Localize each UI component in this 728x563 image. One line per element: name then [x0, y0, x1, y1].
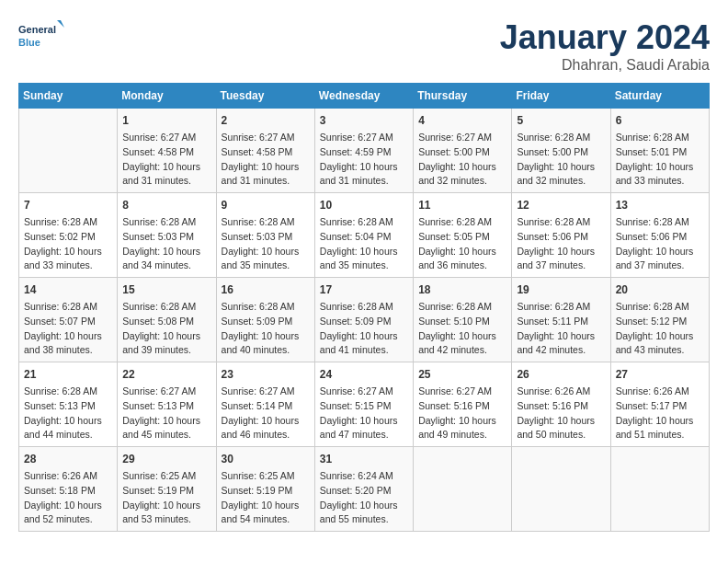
cell-w4-d7: 27Sunrise: 6:26 AMSunset: 5:17 PMDayligh…	[610, 362, 709, 447]
cell-content: Sunrise: 6:28 AMSunset: 5:04 PMDaylight:…	[320, 215, 408, 273]
page-header: General Blue January 2024 Dhahran, Saudi…	[18, 18, 710, 74]
cell-w1-d5: 4Sunrise: 6:27 AMSunset: 5:00 PMDaylight…	[414, 109, 512, 193]
svg-text:General: General	[18, 24, 56, 35]
cell-content: Sunrise: 6:28 AMSunset: 5:06 PMDaylight:…	[517, 215, 605, 273]
cell-w5-d2: 29Sunrise: 6:25 AMSunset: 5:19 PMDayligh…	[118, 447, 216, 532]
day-number: 10	[320, 197, 408, 213]
day-number: 7	[24, 197, 112, 213]
cell-content: Sunrise: 6:28 AMSunset: 5:07 PMDaylight:…	[24, 300, 112, 358]
cell-content: Sunrise: 6:28 AMSunset: 5:11 PMDaylight:…	[517, 300, 605, 358]
day-number: 4	[418, 112, 506, 129]
cell-w2-d1: 7Sunrise: 6:28 AMSunset: 5:02 PMDaylight…	[19, 193, 118, 278]
day-number: 12	[517, 197, 605, 213]
logo-icon: General Blue	[18, 18, 64, 60]
day-number: 20	[616, 282, 704, 298]
location-title: Dhahran, Saudi Arabia	[500, 57, 710, 74]
cell-w4-d2: 22Sunrise: 6:27 AMSunset: 5:13 PMDayligh…	[118, 362, 216, 447]
day-number: 16	[222, 282, 310, 298]
cell-content: Sunrise: 6:28 AMSunset: 5:00 PMDaylight:…	[517, 131, 605, 189]
day-number: 11	[418, 197, 506, 213]
day-number: 22	[122, 366, 210, 383]
cell-w1-d1	[19, 109, 118, 193]
cell-content: Sunrise: 6:27 AMSunset: 4:58 PMDaylight:…	[222, 131, 310, 189]
day-number: 17	[320, 282, 408, 298]
day-number: 1	[122, 112, 210, 129]
cell-w2-d3: 9Sunrise: 6:28 AMSunset: 5:03 PMDaylight…	[216, 193, 314, 278]
cell-content: Sunrise: 6:25 AMSunset: 5:19 PMDaylight:…	[222, 469, 310, 527]
calendar-header-row: SundayMondayTuesdayWednesdayThursdayFrid…	[19, 84, 710, 109]
cell-w2-d2: 8Sunrise: 6:28 AMSunset: 5:03 PMDaylight…	[118, 193, 216, 278]
day-number: 13	[616, 197, 704, 213]
cell-w4-d5: 25Sunrise: 6:27 AMSunset: 5:16 PMDayligh…	[414, 362, 512, 447]
cell-w3-d2: 15Sunrise: 6:28 AMSunset: 5:08 PMDayligh…	[118, 278, 216, 362]
cell-content: Sunrise: 6:27 AMSunset: 4:59 PMDaylight:…	[320, 131, 408, 189]
cell-content: Sunrise: 6:28 AMSunset: 5:01 PMDaylight:…	[616, 131, 704, 189]
week-row-4: 21Sunrise: 6:28 AMSunset: 5:13 PMDayligh…	[19, 362, 710, 447]
header-sunday: Sunday	[19, 84, 118, 109]
day-number: 24	[320, 366, 408, 383]
cell-content: Sunrise: 6:28 AMSunset: 5:08 PMDaylight:…	[122, 300, 210, 358]
day-number: 26	[517, 366, 605, 383]
cell-content: Sunrise: 6:28 AMSunset: 5:06 PMDaylight:…	[616, 215, 704, 273]
cell-content: Sunrise: 6:28 AMSunset: 5:10 PMDaylight:…	[418, 300, 506, 358]
cell-content: Sunrise: 6:28 AMSunset: 5:09 PMDaylight:…	[222, 300, 310, 358]
cell-w3-d5: 18Sunrise: 6:28 AMSunset: 5:10 PMDayligh…	[414, 278, 512, 362]
day-number: 31	[320, 451, 408, 467]
cell-w2-d5: 11Sunrise: 6:28 AMSunset: 5:05 PMDayligh…	[414, 193, 512, 278]
week-row-3: 14Sunrise: 6:28 AMSunset: 5:07 PMDayligh…	[19, 278, 710, 362]
cell-content: Sunrise: 6:28 AMSunset: 5:12 PMDaylight:…	[616, 300, 704, 358]
cell-content: Sunrise: 6:27 AMSunset: 5:16 PMDaylight:…	[418, 385, 506, 442]
cell-content: Sunrise: 6:28 AMSunset: 5:09 PMDaylight:…	[320, 300, 408, 358]
header-wednesday: Wednesday	[314, 84, 413, 109]
cell-w1-d7: 6Sunrise: 6:28 AMSunset: 5:01 PMDaylight…	[610, 109, 709, 193]
header-saturday: Saturday	[610, 84, 709, 109]
cell-content: Sunrise: 6:24 AMSunset: 5:20 PMDaylight:…	[320, 469, 408, 527]
cell-w5-d6	[512, 447, 610, 532]
cell-content: Sunrise: 6:26 AMSunset: 5:18 PMDaylight:…	[24, 469, 112, 527]
day-number: 6	[616, 112, 704, 129]
cell-content: Sunrise: 6:25 AMSunset: 5:19 PMDaylight:…	[122, 469, 210, 527]
day-number: 18	[418, 282, 506, 298]
day-number: 8	[122, 197, 210, 213]
cell-content: Sunrise: 6:26 AMSunset: 5:17 PMDaylight:…	[616, 385, 704, 442]
header-friday: Friday	[512, 84, 610, 109]
day-number: 23	[222, 366, 310, 383]
cell-w1-d4: 3Sunrise: 6:27 AMSunset: 4:59 PMDaylight…	[314, 109, 413, 193]
svg-text:Blue: Blue	[18, 37, 40, 48]
svg-marker-3	[57, 20, 64, 28]
week-row-2: 7Sunrise: 6:28 AMSunset: 5:02 PMDaylight…	[19, 193, 710, 278]
week-row-1: 1Sunrise: 6:27 AMSunset: 4:58 PMDaylight…	[19, 109, 710, 193]
day-number: 21	[24, 366, 112, 383]
cell-content: Sunrise: 6:27 AMSunset: 5:13 PMDaylight:…	[122, 385, 210, 442]
logo: General Blue	[18, 18, 64, 60]
day-number: 5	[517, 112, 605, 129]
week-row-5: 28Sunrise: 6:26 AMSunset: 5:18 PMDayligh…	[19, 447, 710, 532]
header-monday: Monday	[118, 84, 216, 109]
cell-content: Sunrise: 6:28 AMSunset: 5:13 PMDaylight:…	[24, 385, 112, 442]
header-thursday: Thursday	[414, 84, 512, 109]
day-number: 2	[222, 112, 310, 129]
cell-w2-d4: 10Sunrise: 6:28 AMSunset: 5:04 PMDayligh…	[314, 193, 413, 278]
day-number: 28	[24, 451, 112, 467]
cell-w3-d7: 20Sunrise: 6:28 AMSunset: 5:12 PMDayligh…	[610, 278, 709, 362]
cell-w1-d3: 2Sunrise: 6:27 AMSunset: 4:58 PMDaylight…	[216, 109, 314, 193]
cell-content: Sunrise: 6:27 AMSunset: 5:00 PMDaylight:…	[418, 131, 506, 189]
cell-content: Sunrise: 6:28 AMSunset: 5:02 PMDaylight:…	[24, 215, 112, 273]
cell-w1-d2: 1Sunrise: 6:27 AMSunset: 4:58 PMDaylight…	[118, 109, 216, 193]
day-number: 9	[222, 197, 310, 213]
cell-content: Sunrise: 6:27 AMSunset: 5:14 PMDaylight:…	[222, 385, 310, 442]
cell-content: Sunrise: 6:27 AMSunset: 5:15 PMDaylight:…	[320, 385, 408, 442]
cell-w3-d6: 19Sunrise: 6:28 AMSunset: 5:11 PMDayligh…	[512, 278, 610, 362]
day-number: 30	[222, 451, 310, 467]
cell-content: Sunrise: 6:26 AMSunset: 5:16 PMDaylight:…	[517, 385, 605, 442]
cell-w5-d7	[610, 447, 709, 532]
month-title: January 2024	[500, 18, 710, 57]
cell-w5-d4: 31Sunrise: 6:24 AMSunset: 5:20 PMDayligh…	[314, 447, 413, 532]
cell-w3-d1: 14Sunrise: 6:28 AMSunset: 5:07 PMDayligh…	[19, 278, 118, 362]
cell-w4-d1: 21Sunrise: 6:28 AMSunset: 5:13 PMDayligh…	[19, 362, 118, 447]
cell-w3-d3: 16Sunrise: 6:28 AMSunset: 5:09 PMDayligh…	[216, 278, 314, 362]
day-number: 15	[122, 282, 210, 298]
cell-w4-d3: 23Sunrise: 6:27 AMSunset: 5:14 PMDayligh…	[216, 362, 314, 447]
cell-content: Sunrise: 6:28 AMSunset: 5:05 PMDaylight:…	[418, 215, 506, 273]
cell-w4-d6: 26Sunrise: 6:26 AMSunset: 5:16 PMDayligh…	[512, 362, 610, 447]
